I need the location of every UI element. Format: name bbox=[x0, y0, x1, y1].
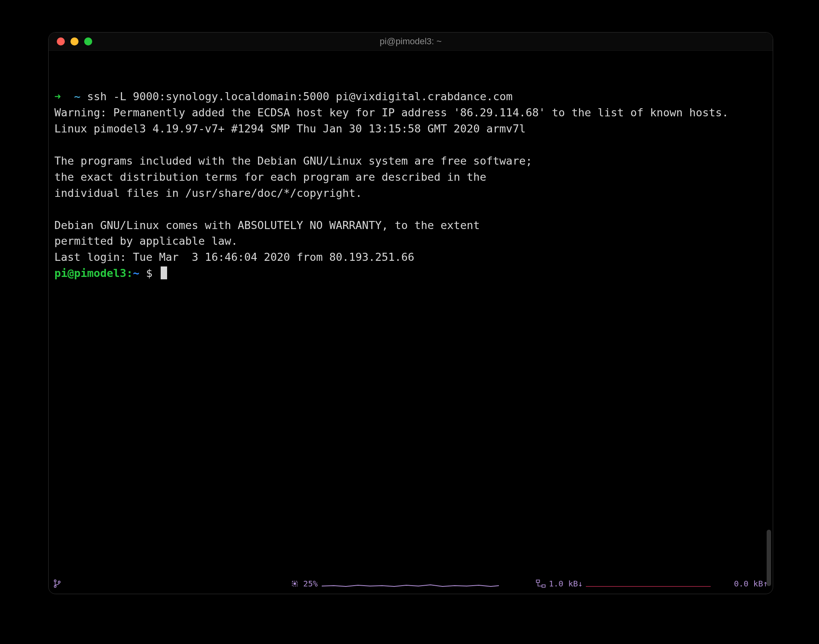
motd-line: permitted by applicable law. bbox=[54, 233, 767, 249]
last-login-line: Last login: Tue Mar 3 16:46:04 2020 from… bbox=[54, 249, 767, 265]
network-icon bbox=[536, 580, 546, 588]
motd-line: The programs included with the Debian GN… bbox=[54, 153, 767, 169]
status-bar: 25% 1.0 kB↓ 0.0 kB↑ bbox=[49, 576, 773, 594]
current-prompt: pi@pimodel3:~ $ bbox=[54, 265, 767, 281]
terminal-body[interactable]: ➜ ~ ssh -L 9000:synology.localdomain:500… bbox=[49, 51, 773, 576]
svg-rect-4 bbox=[294, 583, 296, 584]
net-up: 0.0 kB↑ bbox=[734, 579, 768, 588]
command-line: ➜ ~ ssh -L 9000:synology.localdomain:500… bbox=[54, 89, 767, 105]
close-button[interactable] bbox=[57, 37, 65, 45]
prompt-cwd: ~ bbox=[74, 90, 81, 103]
prompt-path: ~ bbox=[133, 267, 139, 279]
net-down: 1.0 kB↓ bbox=[549, 579, 583, 588]
prompt-separator: : bbox=[126, 267, 133, 279]
terminal-window: pi@pimodel3: ~ ➜ ~ ssh -L 9000:synology.… bbox=[48, 32, 773, 594]
cursor bbox=[161, 266, 167, 279]
minimize-button[interactable] bbox=[70, 37, 79, 45]
git-branch-icon bbox=[54, 579, 61, 588]
prompt-arrow-icon: ➜ bbox=[54, 90, 61, 103]
cpu-percent: 25% bbox=[303, 579, 318, 588]
window-title: pi@pimodel3: ~ bbox=[49, 36, 773, 47]
maximize-button[interactable] bbox=[84, 37, 92, 45]
traffic-lights bbox=[49, 37, 92, 45]
motd-line: Debian GNU/Linux comes with ABSOLUTELY N… bbox=[54, 217, 767, 233]
cpu-icon bbox=[290, 579, 299, 588]
motd-line: individual files in /usr/share/doc/*/cop… bbox=[54, 185, 767, 201]
prompt-dollar: $ bbox=[139, 267, 159, 279]
net-sparkline bbox=[586, 580, 711, 587]
svg-rect-5 bbox=[536, 580, 540, 582]
cpu-sparkline bbox=[322, 580, 499, 588]
uname-line: Linux pimodel3 4.19.97-v7+ #1294 SMP Thu… bbox=[54, 121, 767, 137]
entered-command: ssh -L 9000:synology.localdomain:5000 pi… bbox=[87, 90, 513, 103]
motd-line: the exact distribution terms for each pr… bbox=[54, 169, 767, 185]
svg-rect-6 bbox=[542, 585, 545, 587]
prompt-user-host: pi@pimodel3 bbox=[54, 267, 126, 279]
svg-point-1 bbox=[54, 586, 56, 588]
titlebar: pi@pimodel3: ~ bbox=[49, 33, 773, 51]
ssh-warning: Warning: Permanently added the ECDSA hos… bbox=[54, 105, 767, 121]
svg-point-2 bbox=[58, 581, 60, 583]
svg-point-0 bbox=[54, 580, 56, 582]
